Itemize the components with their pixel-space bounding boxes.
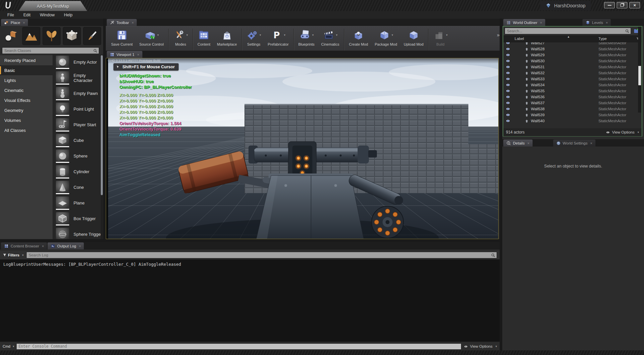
dropdown-arrow-icon[interactable] (392, 33, 393, 37)
toolbar-button-prefabricator[interactable]: Prefabricator (264, 28, 292, 47)
outliner-search-input[interactable] (505, 28, 625, 34)
toolbar-button-build[interactable]: Build (430, 28, 451, 47)
outliner-row[interactable]: Wall528StaticMeshActor (503, 46, 642, 52)
place-scrollbar[interactable] (101, 55, 103, 242)
dropdown-arrow-icon[interactable] (336, 33, 338, 37)
toolbar-overflow-chevron-icon[interactable] (497, 32, 499, 38)
toolbar-button-settings[interactable]: Settings (243, 28, 264, 47)
outliner-row[interactable]: Wall530StaticMeshActor (503, 58, 642, 64)
toolbar-button-cinematics[interactable]: Cinematics (318, 28, 343, 47)
toolbar-button-save-current[interactable]: Save Current (108, 28, 136, 47)
toolbar-button-modes[interactable]: Modes (170, 28, 191, 47)
place-item-empty-pawn[interactable]: Empty Pawn (53, 86, 103, 101)
menu-window[interactable]: Window (35, 13, 59, 17)
close-tab-icon[interactable] (132, 21, 134, 25)
tab-levels[interactable]: Levels (582, 19, 611, 26)
document-tab[interactable]: AAS-MyTestMap (19, 1, 87, 11)
place-item-empty-actor[interactable]: Empty Actor (53, 54, 103, 70)
outliner-row[interactable]: Wall538StaticMeshActor (503, 106, 642, 112)
place-mode-foliage-button[interactable] (43, 27, 61, 45)
place-item-cylinder[interactable]: Cylinder (53, 164, 103, 179)
tab-output-log[interactable]: Output Log (48, 242, 84, 249)
visibility-eye-icon[interactable] (505, 77, 511, 81)
tab-content-browser[interactable]: Content Browser (1, 242, 47, 249)
category-basic[interactable]: Basic (0, 65, 53, 75)
panel-divider[interactable] (103, 19, 106, 242)
place-item-plane[interactable]: Plane (53, 195, 103, 211)
category-visual-effects[interactable]: Visual Effects (0, 95, 53, 105)
outliner-row[interactable]: Wall534StaticMeshActor (503, 82, 642, 88)
toolbar-button-package-mod[interactable]: Package Mod (372, 28, 401, 47)
cmd-dropdown[interactable]: Cmd (3, 344, 14, 348)
visibility-eye-icon[interactable] (505, 59, 511, 63)
visibility-eye-icon[interactable] (505, 42, 511, 45)
place-mode-landscape-button[interactable] (22, 27, 40, 45)
panel-divider[interactable] (500, 19, 502, 355)
menu-edit[interactable]: Edit (19, 13, 35, 17)
restore-button[interactable] (617, 2, 627, 8)
close-tab-icon[interactable] (590, 141, 592, 145)
console-command-input[interactable] (16, 343, 461, 350)
dropdown-arrow-icon[interactable] (186, 33, 188, 37)
tab-world-outliner[interactable]: World Outliner (503, 19, 545, 26)
menu-file[interactable]: File (3, 13, 19, 17)
visibility-eye-icon[interactable] (505, 65, 511, 69)
outliner-row[interactable]: Wall536StaticMeshActor (503, 94, 642, 100)
toolbar-button-create-mod[interactable]: Create Mod (346, 28, 371, 47)
dropdown-arrow-icon[interactable] (284, 33, 285, 37)
place-mode-place-button[interactable] (2, 27, 20, 45)
close-tab-icon[interactable] (527, 141, 529, 145)
close-tab-icon[interactable] (540, 21, 542, 25)
outliner-row[interactable]: Wall527StaticMeshActor (503, 42, 642, 46)
visibility-eye-icon[interactable] (505, 101, 511, 105)
close-tab-icon[interactable] (606, 21, 608, 25)
toolbar-button-source-control[interactable]: Source Control (136, 28, 167, 47)
visibility-eye-icon[interactable] (505, 107, 511, 111)
close-button[interactable]: × (629, 2, 640, 8)
dropdown-arrow-icon[interactable] (446, 33, 448, 37)
visibility-eye-icon[interactable] (505, 95, 511, 99)
outliner-row[interactable]: Wall537StaticMeshActor (503, 100, 642, 106)
place-item-player-start[interactable]: Player Start (53, 117, 103, 133)
viewport-3d-view[interactable]: 0:HD 0.13.0.1-#0/??? Prototype Build Shi… (106, 58, 499, 239)
outliner-row[interactable]: Wall540StaticMeshActor (503, 118, 642, 124)
column-label[interactable]: Label (515, 37, 524, 41)
close-tab-icon[interactable] (23, 21, 25, 25)
place-item-cone[interactable]: Cone (53, 179, 103, 195)
visibility-eye-icon[interactable] (505, 89, 511, 93)
tab-place[interactable]: Place (1, 19, 28, 26)
place-mode-paint-button[interactable] (83, 27, 101, 45)
place-mode-geometry-button[interactable] (63, 27, 81, 45)
place-item-box-trigger[interactable]: Box Trigger (53, 211, 103, 226)
category-recently-placed[interactable]: Recently Placed (0, 55, 53, 65)
search-classes-input[interactable] (2, 48, 93, 54)
toolbar-button-upload-mod[interactable]: Upload Mod (401, 28, 427, 47)
minimize-button[interactable] (604, 2, 615, 8)
search-log-input[interactable] (27, 252, 491, 258)
menu-help[interactable]: Help (59, 13, 77, 17)
outliner-row[interactable]: Wall529StaticMeshActor (503, 52, 642, 58)
visibility-eye-icon[interactable] (505, 53, 511, 57)
outliner-row[interactable]: Wall533StaticMeshActor (503, 76, 642, 82)
place-item-point-light[interactable]: Point Light (53, 101, 103, 117)
outliner-row[interactable]: Wall532StaticMeshActor (503, 70, 642, 76)
close-tab-icon[interactable] (42, 244, 44, 248)
visibility-eye-icon[interactable] (505, 71, 511, 75)
toolbar-button-content[interactable]: Content (194, 28, 214, 47)
column-type[interactable]: Type (598, 37, 607, 41)
tab-details[interactable]: Details (503, 140, 533, 147)
panel-divider[interactable] (0, 239, 500, 242)
filters-button[interactable]: Filters (3, 253, 24, 257)
tab-viewport-1[interactable]: Viewport 1 (107, 51, 142, 58)
place-item-empty-character[interactable]: Empty Character (53, 70, 103, 86)
visibility-eye-icon[interactable] (505, 47, 511, 51)
visibility-eye-icon[interactable] (505, 119, 511, 123)
place-item-sphere[interactable]: Sphere (53, 148, 103, 164)
outliner-row[interactable]: Wall535StaticMeshActor (503, 88, 642, 94)
toolbar-button-blueprints[interactable]: Blueprints (295, 28, 318, 47)
outliner-scrollbar[interactable] (638, 27, 641, 113)
tab-world-settings[interactable]: World Settings (553, 140, 595, 147)
dropdown-arrow-icon[interactable] (157, 33, 159, 37)
category-all-classes[interactable]: All Classes (0, 125, 53, 135)
close-tab-icon[interactable] (137, 53, 139, 57)
